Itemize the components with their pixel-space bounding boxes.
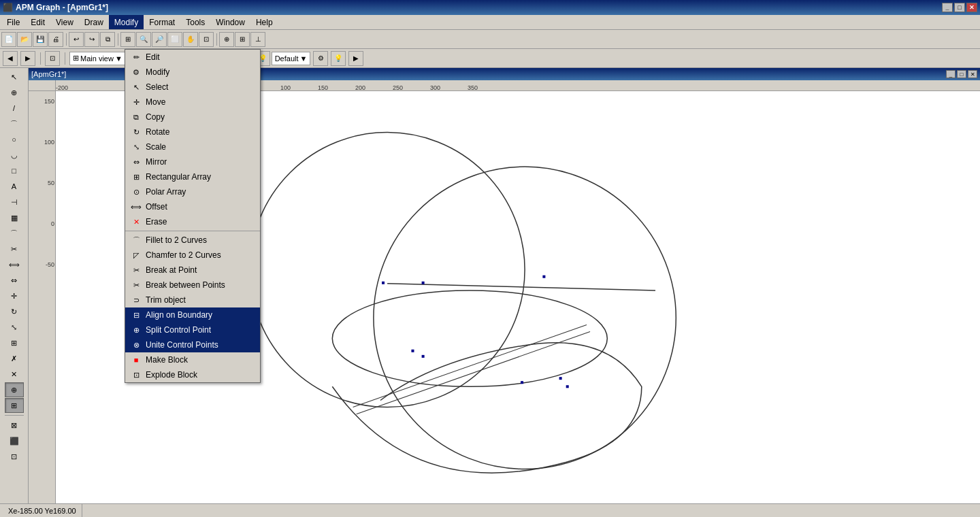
lt-rect[interactable]: □ <box>5 163 24 178</box>
status-bar: Xe-185.00 Ye169.00 <box>0 503 980 517</box>
lt-line[interactable]: / <box>5 101 24 116</box>
menu-window[interactable]: Window <box>210 15 250 29</box>
tb-more-btn[interactable]: ▶ <box>348 51 363 66</box>
menu-chamfer-item[interactable]: ◸ Chamfer to 2 Curves <box>125 248 260 263</box>
lt-polyline[interactable]: ⌒ <box>5 116 24 131</box>
vtick-50: 50 <box>48 180 54 186</box>
open-button[interactable]: 📂 <box>17 32 32 47</box>
inner-minimize[interactable]: _ <box>946 70 956 78</box>
tb-settings-btn[interactable]: ⚙ <box>313 51 328 66</box>
view-prev-button[interactable]: ◀ <box>3 51 18 66</box>
lt-snap[interactable]: ⊕ <box>5 382 24 397</box>
zoom-out-button[interactable]: 🔎 <box>152 32 167 47</box>
tb-bulb-btn2[interactable]: 💡 <box>331 51 346 66</box>
menu-mirror-item[interactable]: ⇔ Mirror <box>125 154 260 169</box>
lt-dim[interactable]: ⊣ <box>5 195 24 210</box>
lt-offset[interactable]: ⟺ <box>5 257 24 272</box>
zoom-ext-button[interactable]: ⊞ <box>120 32 135 47</box>
grid-button[interactable]: ⊞ <box>235 32 250 47</box>
menu-draw[interactable]: Draw <box>79 15 109 29</box>
lt-extra3[interactable]: ⊡ <box>5 449 24 464</box>
lt-mirror[interactable]: ⇔ <box>5 273 24 288</box>
menu-fillet-item[interactable]: ⌒ Fillet to 2 Curves <box>125 233 260 248</box>
menu-split-cp-item[interactable]: ⊕ Split Control Point <box>125 322 260 337</box>
lt-extra2[interactable]: ⬛ <box>5 433 24 448</box>
redo-button[interactable]: ↪ <box>84 32 99 47</box>
zoom-window-button[interactable]: ⬜ <box>167 32 182 47</box>
menu-edit[interactable]: Edit <box>25 15 50 29</box>
zoom-all-button[interactable]: ⊡ <box>45 51 60 66</box>
tick-150: 150 <box>318 84 328 91</box>
menu-copy-item[interactable]: ⧉ Copy <box>125 110 260 124</box>
lt-circle[interactable]: ○ <box>5 132 24 147</box>
lt-erase[interactable]: ✕ <box>5 367 24 382</box>
menu-align-item[interactable]: ⊟ Align on Boundary <box>125 307 260 322</box>
maximize-button[interactable]: □ <box>954 3 965 12</box>
menu-modify-item[interactable]: ⚙ Modify <box>125 65 260 80</box>
menu-trim-item[interactable]: ⊃ Trim object <box>125 293 260 307</box>
lt-hatch[interactable]: ▦ <box>5 210 24 225</box>
svg-line-4 <box>353 324 587 407</box>
tb-copy-button[interactable]: ⧉ <box>100 32 115 47</box>
app-icon: ⬛ <box>3 3 13 12</box>
polar-array-icon: ⊙ <box>131 186 142 197</box>
title-bar-text: APM Graph - [ApmGr1*] <box>16 3 108 12</box>
inner-title-controls[interactable]: _ □ ✕ <box>946 70 977 78</box>
menu-tools[interactable]: Tools <box>180 15 210 29</box>
print-button[interactable]: 🖨 <box>48 32 63 47</box>
lt-rotate[interactable]: ↻ <box>5 304 24 319</box>
menu-select-item[interactable]: ↖ Select <box>125 80 260 95</box>
move-label: Move <box>146 97 165 107</box>
menu-move-item[interactable]: ✛ Move <box>125 95 260 110</box>
svg-rect-6 <box>382 282 385 284</box>
lt-break[interactable]: ✗ <box>5 351 24 366</box>
default-dropdown[interactable]: Default ▼ <box>272 52 311 65</box>
menu-edit-item[interactable]: ✏ Edit <box>125 50 260 65</box>
menu-rotate-item[interactable]: ↻ Rotate <box>125 124 260 139</box>
menu-rect-array-item[interactable]: ⊞ Rectangular Array <box>125 169 260 184</box>
lt-arc[interactable]: ◡ <box>5 148 24 163</box>
menu-view[interactable]: View <box>50 15 79 29</box>
lt-scale[interactable]: ⤡ <box>5 320 24 335</box>
menu-help[interactable]: Help <box>250 15 278 29</box>
lt-trim[interactable]: ✂ <box>5 241 24 256</box>
lt-node[interactable]: ⊕ <box>5 85 24 100</box>
menu-explode-block-item[interactable]: ⊡ Explode Block <box>125 367 260 382</box>
title-bar-controls[interactable]: _ □ ✕ <box>942 3 977 12</box>
close-button[interactable]: ✕ <box>966 3 977 12</box>
zoom-in-button[interactable]: 🔍 <box>136 32 151 47</box>
svg-rect-8 <box>542 276 545 278</box>
menu-file[interactable]: File <box>1 15 25 29</box>
new-button[interactable]: 📄 <box>1 32 16 47</box>
menu-break-between-item[interactable]: ✂ Break between Points <box>125 278 260 293</box>
menu-modify[interactable]: Modify <box>109 15 144 29</box>
inner-close[interactable]: ✕ <box>968 70 977 78</box>
undo-button[interactable]: ↩ <box>69 32 84 47</box>
main-view-dropdown[interactable]: ⊞ Main view ▼ <box>69 52 126 65</box>
view-next-button[interactable]: ▶ <box>20 51 35 66</box>
svg-rect-9 <box>411 350 414 352</box>
lt-fillet[interactable]: ⌒ <box>5 226 24 241</box>
pan-button[interactable]: ✋ <box>183 32 198 47</box>
menu-polar-array-item[interactable]: ⊙ Polar Array <box>125 184 260 199</box>
zoom-sel-button[interactable]: ⊡ <box>199 32 214 47</box>
ortho-button[interactable]: ⊥ <box>250 32 265 47</box>
lt-text[interactable]: A <box>5 179 24 194</box>
lt-select[interactable]: ↖ <box>5 69 24 84</box>
menu-erase-item[interactable]: ✕ Erase <box>125 214 260 229</box>
lt-active2[interactable]: ⊞ <box>5 398 24 413</box>
inner-maximize[interactable]: □ <box>957 70 966 78</box>
menu-make-block-item[interactable]: ■ Make Block <box>125 352 260 367</box>
align-label: Align on Boundary <box>146 310 212 320</box>
lt-move[interactable]: ✛ <box>5 288 24 303</box>
save-button[interactable]: 💾 <box>33 32 48 47</box>
minimize-button[interactable]: _ <box>942 3 953 12</box>
snap-button[interactable]: ⊕ <box>219 32 234 47</box>
menu-format[interactable]: Format <box>144 15 180 29</box>
menu-scale-item[interactable]: ⤡ Scale <box>125 139 260 154</box>
lt-array[interactable]: ⊞ <box>5 335 24 350</box>
menu-offset-item[interactable]: ⟺ Offset <box>125 199 260 214</box>
lt-extra1[interactable]: ⊠ <box>5 418 24 433</box>
menu-break-point-item[interactable]: ✂ Break at Point <box>125 263 260 278</box>
menu-unite-cp-item[interactable]: ⊗ Unite Control Points <box>125 337 260 352</box>
